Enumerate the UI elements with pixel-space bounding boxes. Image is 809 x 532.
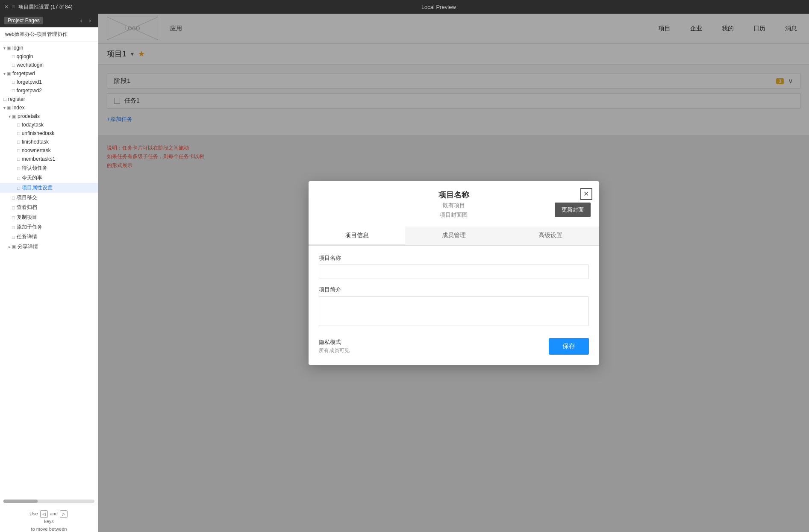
expand-icon: ▾ [3, 71, 6, 76]
sidebar-item-label: login [12, 45, 23, 51]
page-icon: □ [12, 205, 15, 210]
tree-area: ▾ ▣ login □ qqlogin □ wechatlogin ▾ ▣ fo… [0, 42, 98, 498]
page-icon: □ [12, 62, 15, 68]
sidebar-item-label: prodetails [18, 113, 40, 119]
sidebar-item-membertasks1[interactable]: □ membertasks1 [0, 155, 98, 163]
intro-label: 项目简介 [319, 286, 589, 294]
sidebar-item-label: membertasks1 [22, 156, 56, 162]
tab-member[interactable]: 成员管理 [405, 226, 502, 245]
project-pages-badge[interactable]: Project Pages [4, 17, 43, 24]
name-label: 项目名称 [319, 254, 589, 262]
modal-subtitle: 既有项目 [317, 202, 591, 209]
next-key: ▷ [60, 510, 68, 518]
sidebar-item-guidang[interactable]: □ 查看归档 [0, 203, 98, 212]
top-bar: ✕ ≡ 项目属性设置 (17 of 84) Local Preview [0, 0, 809, 14]
modal-header: 项目名称 既有项目 项目封面图 ✕ 更新封面 [309, 181, 599, 222]
project-name: web效率办公-项目管理协作 [0, 27, 98, 42]
sidebar-item-label: wechatlogin [17, 62, 44, 68]
sidebar-item-jintian[interactable]: □ 今天的事 [0, 173, 98, 183]
form-group-name: 项目名称 [319, 254, 589, 279]
sidebar-item-label: forgetpwd1 [17, 79, 42, 85]
modal-body: 项目名称 项目简介 隐私模式 所有成员可见 保存 [309, 246, 599, 365]
nav-next-button[interactable]: › [86, 16, 94, 25]
close-icon[interactable]: ✕ [4, 4, 9, 10]
sidebar-item-label: forgetpwd [12, 71, 35, 76]
nav-prev-button[interactable]: ‹ [78, 16, 85, 25]
sidebar-item-xiangmusuxing[interactable]: □ 项目属性设置 [0, 183, 98, 193]
sidebar-item-tianjiazirenwu[interactable]: □ 添加子任务 [0, 222, 98, 232]
sidebar-item-fuzhi[interactable]: □ 复制项目 [0, 212, 98, 222]
save-button[interactable]: 保存 [549, 338, 589, 355]
sidebar-item-prodetails[interactable]: ▾ ▣ prodetails [0, 112, 98, 121]
page-icon: □ [17, 176, 20, 181]
sidebar-item-label: qqlogin [17, 53, 33, 59]
sidebar-item-finishedtask[interactable]: □ finishedtask [0, 138, 98, 146]
name-input[interactable] [319, 265, 589, 279]
page-title: 项目属性设置 (17 of 84) [18, 3, 73, 11]
sidebar-item-label: 添加子任务 [17, 223, 42, 231]
list-icon: ≡ [12, 4, 15, 10]
page-icon: □ [17, 156, 20, 162]
sidebar-item-fenxiang[interactable]: ▸ ▣ 分享详情 [0, 242, 98, 252]
sidebar-item-label: forgetpwd2 [17, 88, 42, 94]
sidebar-item-noownertask[interactable]: □ noownertask [0, 146, 98, 155]
prev-key: ◁ [40, 510, 48, 518]
modal-close-button[interactable]: ✕ [580, 188, 592, 200]
hint-use: Use [29, 511, 38, 516]
modal-title: 项目名称 [317, 190, 591, 200]
page-icon: □ [12, 225, 15, 230]
sidebar-item-yijiao[interactable]: □ 项目移交 [0, 193, 98, 203]
page-icon: □ [17, 185, 20, 191]
sidebar-item-label: index [12, 105, 25, 111]
sidebar-item-wechatlogin[interactable]: □ wechatlogin [0, 61, 98, 69]
sidebar-item-unfinishedtask[interactable]: □ unfinishedtask [0, 129, 98, 138]
update-cover-button[interactable]: 更新封面 [555, 203, 591, 217]
page-icon: □ [17, 166, 20, 171]
sidebar-item-forgetpwd[interactable]: ▾ ▣ forgetpwd [0, 69, 98, 78]
local-preview-label: Local Preview [73, 4, 805, 10]
sidebar-item-forgetpwd1[interactable]: □ forgetpwd1 [0, 78, 98, 86]
proto-frame: LOGO 应用 项目 企业 我的 日历 消息 项目1 ▾ ★ 阶段1 3 [98, 14, 809, 532]
privacy-label: 隐私模式 [319, 338, 350, 346]
page-icon: □ [12, 235, 15, 240]
modal-footer: 隐私模式 所有成员可见 保存 [319, 335, 589, 355]
sidebar-item-renwuxiangqing[interactable]: □ 任务详情 [0, 232, 98, 242]
expand-icon: ▾ [3, 46, 6, 50]
hint-and: and [50, 511, 58, 516]
expand-icon: ▾ [3, 106, 6, 110]
sidebar-item-login[interactable]: ▾ ▣ login [0, 44, 98, 52]
page-icon: □ [3, 97, 6, 102]
main-content: LOGO 应用 项目 企业 我的 日历 消息 项目1 ▾ ★ 阶段1 3 [98, 14, 809, 532]
sidebar-item-label: 复制项目 [17, 214, 37, 221]
page-icon: □ [12, 215, 15, 220]
page-icon: □ [17, 148, 20, 153]
sidebar-item-register[interactable]: □ register [0, 95, 98, 103]
tab-advanced[interactable]: 高级设置 [502, 226, 599, 245]
nav-arrows: ‹ › [78, 16, 94, 25]
sidebar-item-daiqinglingrenwu[interactable]: □ 待认领任务 [0, 163, 98, 173]
sidebar-item-label: 今天的事 [22, 174, 42, 182]
folder-icon: ▣ [12, 244, 16, 250]
sidebar-item-label: register [8, 96, 25, 102]
tab-info[interactable]: 项目信息 [309, 226, 406, 245]
page-icon: □ [12, 54, 15, 59]
privacy-info: 隐私模式 所有成员可见 [319, 338, 350, 354]
page-icon: □ [17, 139, 20, 144]
sidebar-item-todaytask[interactable]: □ todaytask [0, 121, 98, 129]
intro-textarea[interactable] [319, 296, 589, 326]
folder-icon: ▣ [6, 71, 11, 76]
folder-icon: ▣ [12, 114, 16, 119]
sidebar-item-label: 项目属性设置 [22, 184, 53, 191]
sidebar-item-label: 项目移交 [17, 194, 37, 201]
project-settings-modal: 项目名称 既有项目 项目封面图 ✕ 更新封面 项目信息 成员管理 高级设置 项目… [309, 181, 599, 365]
hint-to-move: to move between [31, 526, 67, 532]
sidebar-item-qqlogin[interactable]: □ qqlogin [0, 52, 98, 61]
page-icon: □ [12, 195, 15, 200]
sidebar-item-forgetpwd2[interactable]: □ forgetpwd2 [0, 86, 98, 95]
modal-tabs: 项目信息 成员管理 高级设置 [309, 226, 599, 246]
expand-icon: ▸ [9, 244, 11, 249]
page-icon: □ [17, 122, 20, 127]
scrollbar[interactable] [3, 500, 94, 503]
sidebar-item-index[interactable]: ▾ ▣ index [0, 103, 98, 112]
scrollbar-thumb[interactable] [3, 500, 38, 503]
